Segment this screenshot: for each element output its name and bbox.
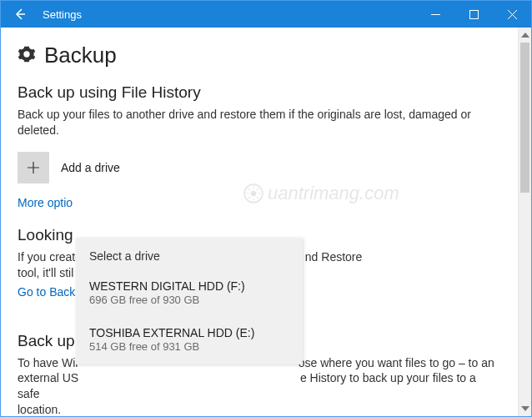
section-title-file-history: Back up using File History bbox=[18, 83, 501, 102]
drive-option[interactable]: TOSHIBA EXTERNAL HDD (E:) 514 GB free of… bbox=[76, 318, 303, 364]
titlebar: Settings bbox=[1, 1, 531, 28]
text-fragment: To have Wir bbox=[18, 356, 79, 369]
add-drive-row[interactable]: Add a drive bbox=[18, 152, 501, 183]
chevron-up-icon bbox=[521, 33, 529, 38]
drive-free-space: 514 GB free of 931 GB bbox=[89, 340, 289, 353]
svg-point-1 bbox=[244, 184, 263, 203]
text-fragment: nd Restore bbox=[305, 250, 362, 264]
text-fragment: If you create bbox=[18, 250, 82, 264]
drive-name: TOSHIBA EXTERNAL HDD (E:) bbox=[89, 326, 289, 339]
maximize-icon bbox=[469, 10, 479, 19]
back-button[interactable] bbox=[1, 1, 39, 28]
close-icon bbox=[508, 10, 517, 19]
add-drive-button[interactable] bbox=[18, 152, 49, 183]
watermark-text: uantrimang.com bbox=[268, 183, 399, 204]
content-wrap: Backup Back up using File History Back u… bbox=[1, 28, 531, 416]
content-area: Backup Back up using File History Back u… bbox=[1, 28, 518, 416]
text-fragment: ose where you want files to go – to an bbox=[299, 356, 494, 369]
vertical-scrollbar[interactable] bbox=[518, 28, 531, 416]
scroll-thumb[interactable] bbox=[520, 43, 529, 193]
maximize-button[interactable] bbox=[454, 1, 493, 28]
section-body-file-history: Back up your files to another drive and … bbox=[18, 107, 501, 138]
drive-select-flyout: Select a drive WESTERN DIGITAL HDD (F:) … bbox=[76, 238, 303, 364]
page-title: Backup bbox=[44, 43, 117, 68]
minimize-button[interactable] bbox=[416, 1, 454, 28]
text-fragment: location. bbox=[18, 403, 61, 416]
go-to-backup-link[interactable]: Go to Backu bbox=[18, 285, 82, 299]
close-button[interactable] bbox=[493, 1, 531, 28]
svg-rect-0 bbox=[469, 10, 478, 18]
plus-icon bbox=[26, 160, 41, 175]
scroll-down-button[interactable] bbox=[519, 401, 531, 416]
text-fragment: tool, it'll stil bbox=[18, 266, 73, 279]
text-fragment: e History to back up your files to a saf… bbox=[18, 371, 476, 400]
watermark-icon bbox=[243, 183, 264, 204]
arrow-left-icon bbox=[13, 8, 27, 21]
chevron-down-icon bbox=[521, 406, 529, 411]
drive-option[interactable]: WESTERN DIGITAL HDD (F:) 696 GB free of … bbox=[76, 271, 303, 318]
scroll-up-button[interactable] bbox=[519, 28, 531, 43]
text-fragment: external US bbox=[18, 371, 78, 384]
window-title: Settings bbox=[43, 8, 416, 21]
watermark: uantrimang.com bbox=[243, 183, 399, 204]
window-controls bbox=[416, 1, 531, 28]
flyout-title: Select a drive bbox=[76, 238, 303, 271]
add-drive-label: Add a drive bbox=[61, 161, 120, 174]
more-options-link[interactable]: More optio bbox=[18, 196, 73, 209]
drive-free-space: 696 GB free of 930 GB bbox=[89, 294, 289, 306]
minimize-icon bbox=[431, 10, 440, 19]
drive-name: WESTERN DIGITAL HDD (F:) bbox=[89, 279, 289, 293]
page-heading: Backup bbox=[18, 43, 501, 68]
gear-icon bbox=[18, 45, 36, 67]
svg-point-2 bbox=[251, 191, 257, 197]
